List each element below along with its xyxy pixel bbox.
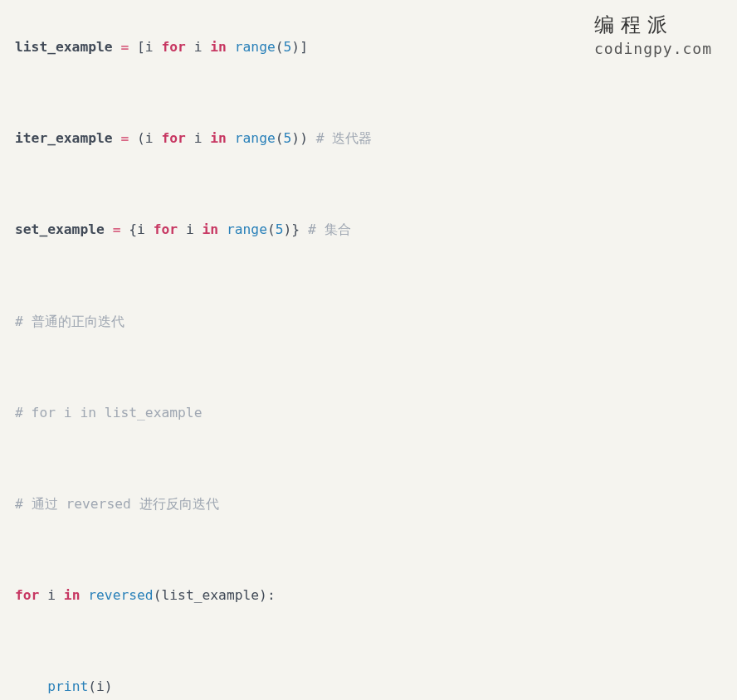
token-keyword: for: [161, 39, 193, 55]
code-comment-3: # 通过 reversed 进行反向迭代: [15, 493, 722, 515]
token-name: i: [194, 39, 211, 55]
token-keyword: in: [64, 587, 88, 603]
token-comment: # 迭代器: [316, 130, 373, 146]
token-keyword: for: [154, 221, 186, 237]
token-name: (i: [137, 130, 161, 146]
token-paren: (i): [88, 678, 112, 694]
token-keyword: in: [210, 39, 234, 55]
token-function: print: [47, 678, 88, 694]
code-block: list_example = [i for i in range(5)] ite…: [0, 0, 737, 700]
code-line-3: set_example = {i for i in range(5)} # 集合: [15, 219, 722, 241]
token-name: iter_example: [15, 130, 120, 146]
token-paren: )]: [291, 39, 308, 55]
watermark-en: codingpy.com: [594, 40, 712, 57]
watermark: 编程派 codingpy.com: [594, 12, 712, 57]
token-name: [i: [137, 39, 161, 55]
token-name: {i: [129, 221, 153, 237]
code-comment-2: # for i in list_example: [15, 402, 722, 424]
code-line-4: for i in reversed(list_example):: [15, 585, 722, 606]
token-paren: (: [267, 221, 276, 237]
token-number: 5: [284, 130, 292, 146]
token-paren: (list_example):: [154, 587, 276, 603]
token-function: range: [235, 130, 276, 146]
token-indent: [15, 678, 47, 694]
token-number: 5: [276, 221, 284, 237]
token-op: =: [120, 39, 137, 55]
token-op: =: [120, 130, 137, 146]
watermark-cn: 编程派: [594, 12, 712, 38]
token-keyword: in: [210, 130, 234, 146]
token-function: reversed: [88, 587, 153, 603]
token-keyword: for: [161, 130, 193, 146]
token-comment: # 通过 reversed 进行反向迭代: [15, 496, 219, 512]
token-paren: (: [276, 130, 284, 146]
token-comment: # for i in list_example: [15, 405, 202, 420]
token-paren: )): [291, 130, 315, 146]
token-keyword: in: [203, 221, 227, 237]
token-number: 5: [284, 39, 292, 55]
token-function: range: [235, 39, 276, 55]
code-line-2: iter_example = (i for i in range(5)) # 迭…: [15, 128, 722, 149]
token-keyword: for: [15, 587, 47, 603]
token-paren: (: [276, 39, 284, 55]
token-comment: # 普通的正向迭代: [15, 314, 124, 329]
code-comment-1: # 普通的正向迭代: [15, 311, 722, 333]
token-function: range: [227, 221, 267, 237]
token-name: list_example: [15, 39, 120, 55]
token-paren: )}: [284, 221, 308, 237]
code-line-5: print(i): [15, 676, 722, 698]
token-name: i: [186, 221, 203, 237]
token-comment: # 集合: [308, 221, 351, 237]
token-name: set_example: [15, 221, 113, 237]
token-op: =: [113, 221, 129, 237]
token-name: i: [194, 130, 211, 146]
token-name: i: [47, 587, 64, 603]
